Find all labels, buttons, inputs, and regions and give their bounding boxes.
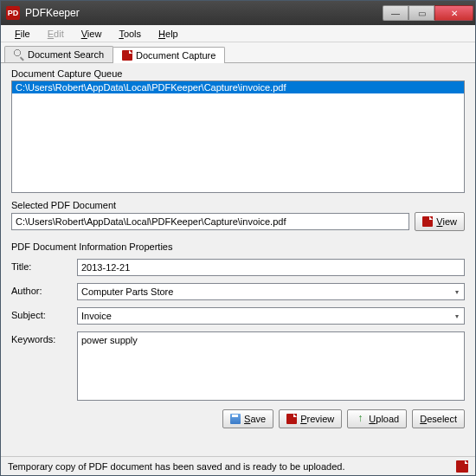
close-button[interactable]: ✕ — [434, 5, 473, 21]
search-icon — [14, 49, 24, 60]
preview-button[interactable]: Preview — [279, 409, 342, 428]
window-title: PDFKeeper — [25, 7, 383, 19]
titlebar[interactable]: PD PDFKeeper — ▭ ✕ — [1, 1, 475, 25]
author-label: Author: — [11, 283, 72, 296]
pdf-icon — [456, 460, 468, 473]
queue-item[interactable]: C:\Users\Robert\AppData\Local\PDFKeeper\… — [12, 81, 464, 93]
menu-tools[interactable]: Tools — [112, 27, 148, 41]
selected-label: Selected PDF Document — [11, 200, 465, 210]
menu-help[interactable]: Help — [151, 27, 185, 41]
pdf-icon — [422, 216, 433, 227]
app-window: PD PDFKeeper — ▭ ✕ File Edit View Tools … — [0, 0, 476, 476]
view-button[interactable]: View — [415, 212, 465, 231]
menu-file[interactable]: File — [8, 27, 37, 41]
maximize-button[interactable]: ▭ — [408, 5, 434, 21]
save-button[interactable]: Save — [222, 409, 273, 428]
subject-label: Subject: — [11, 307, 72, 320]
deselect-button[interactable]: Deselect — [412, 409, 465, 428]
keywords-textarea[interactable] — [77, 331, 465, 401]
content-area: Document Capture Queue C:\Users\Robert\A… — [1, 63, 475, 456]
minimize-button[interactable]: — — [383, 5, 408, 21]
statusbar: Temporary copy of PDF document has been … — [1, 456, 475, 475]
subject-combo[interactable] — [77, 307, 465, 325]
pdf-icon — [122, 50, 132, 61]
capture-queue-list[interactable]: C:\Users\Robert\AppData\Local\PDFKeeper\… — [11, 80, 465, 193]
upload-icon: ↑ — [355, 414, 365, 424]
info-section-title: PDF Document Information Properties — [11, 241, 465, 252]
tab-label: Document Search — [28, 49, 104, 60]
save-icon — [230, 414, 241, 424]
title-input[interactable] — [77, 259, 465, 276]
menubar: File Edit View Tools Help — [1, 25, 475, 42]
menu-edit[interactable]: Edit — [41, 27, 71, 41]
pdf-icon — [286, 414, 297, 424]
author-combo[interactable] — [77, 283, 465, 300]
tab-document-search[interactable]: Document Search — [4, 46, 113, 62]
upload-button[interactable]: ↑ Upload — [347, 409, 407, 428]
selected-pdf-path[interactable] — [11, 213, 409, 230]
tab-label: Document Capture — [136, 50, 215, 61]
queue-label: Document Capture Queue — [11, 68, 465, 79]
keywords-label: Keywords: — [11, 331, 72, 344]
tab-document-capture[interactable]: Document Capture — [113, 47, 225, 63]
status-text: Temporary copy of PDF document has been … — [8, 461, 345, 472]
title-label: Title: — [11, 259, 72, 272]
menu-view[interactable]: View — [74, 27, 109, 41]
app-icon: PD — [6, 6, 20, 20]
tabbar: Document Search Document Capture — [1, 42, 475, 63]
